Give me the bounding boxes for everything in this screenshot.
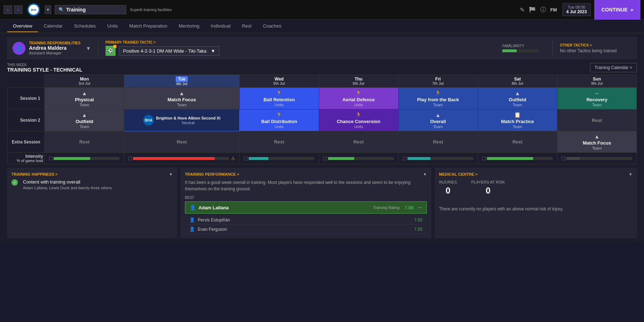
session1-tue[interactable]: ▲ Match Focus Team [124,88,239,109]
extra-wed[interactable]: Rest [239,131,319,153]
continue-arrow-icon: » [630,7,633,13]
player2-rating: 7.65 [414,218,423,223]
player3-name: Evan Ferguson [198,227,411,232]
session2-tue[interactable]: BHA Brighton & Hove Albion Second XI Neu… [124,109,239,131]
tab-units[interactable]: Units [102,20,124,32]
other-tactics-label[interactable]: OTHER TACTICS > [560,43,631,47]
tactic-label[interactable]: PRIMARY TRAINED TACTIC > [106,40,495,44]
session1-tue-icon: ▲ [126,90,238,96]
extra-fri-name: Rest [400,139,476,145]
session1-fri[interactable]: 🏃 Play from the Back Team [398,88,478,109]
session2-mon[interactable]: ▲ Outfield Team [45,109,124,131]
session1-wed[interactable]: 🏃 Ball Retention Units [239,88,319,109]
happiness-panel-title[interactable]: TRAINING HAPPINESS > ▼ [11,172,173,176]
day-header-tue: Tue 4th Jul [124,75,239,88]
session2-wed[interactable]: 🏃 Ball Distribution Units [239,109,319,131]
search-subtitle-area: Superb training facilities [130,8,172,12]
session1-sat[interactable]: ▲ Outfield Team [478,88,557,109]
happiness-collapse-icon[interactable]: ▼ [169,172,173,176]
resp-section: 👤 TRAINING RESPONSIBILITIES Andrea Malde… [13,41,91,55]
session1-fri-icon: 🏃 [400,90,476,96]
tab-individual[interactable]: Individual [205,20,236,32]
session2-mon-name: Outfield [46,119,122,124]
best-player-row[interactable]: 👤 Adam Lallana Training Rating 7.80 — [185,201,427,214]
search-area[interactable]: 🔍 Training [55,5,126,14]
familiarity-bar [502,49,538,52]
session2-sun[interactable]: Rest [557,109,636,131]
session2-thu[interactable]: 🏃 Chance Conversion Units [319,109,398,131]
tab-mentoring[interactable]: Mentoring [173,20,205,32]
player-row-1[interactable]: 👤 Pervis Estupiñán 7.65 [185,215,427,225]
training-calendar-button[interactable]: Training Calendar > [590,63,637,72]
extra-tue[interactable]: Rest [124,131,239,153]
tab-coaches[interactable]: Coaches [257,20,287,32]
session1-mon[interactable]: ▲ Physical Team [45,88,124,109]
top-icons-group: ✎ 🏁 ⓘ FM [520,6,557,14]
app-subtitle: Superb training facilities [130,8,172,12]
extra-mon[interactable]: Rest [45,131,124,153]
session2-tue-type: Neutral [156,121,220,125]
day-header-mon: Mon 3rd Jul [45,75,124,88]
extra-thu[interactable]: Rest [319,131,398,153]
int-bg-tue [133,157,229,160]
session1-sun[interactable]: ↔ Recovery Team [557,88,636,109]
session1-thu[interactable]: 🏃 Aerial Defence Units [319,88,398,109]
tab-calendar[interactable]: Calendar [38,20,68,32]
int-fill-sat [487,157,533,160]
happiness-status-icon: ✓ [11,179,18,186]
session2-sat-icon: 📋 [479,112,556,118]
search-app-title: Training [66,7,86,13]
match-team-logo: BHA [143,115,154,126]
session2-tue-info: Brighton & Hove Albion Second XI Neutral [156,116,220,125]
nav-forward-button[interactable]: › [14,5,23,14]
club-dropdown-button[interactable]: ▼ [45,5,51,14]
player2-name: Pervis Estupiñán [198,218,411,223]
risk-label: PLAYERS AT RISK [471,180,505,184]
tactic-dropdown[interactable]: Positive 4-2-3-1 DM AM Wide - Tiki-Taka … [119,46,219,56]
int-bg-wed [249,157,314,160]
tab-match-preparation[interactable]: Match Preparation [123,20,173,32]
int-fill-wed [249,157,268,160]
session1-thu-icon: 🏃 [321,90,397,96]
session2-sat[interactable]: 📋 Match Practice Team [478,109,557,131]
performance-collapse-icon[interactable]: ▼ [423,172,427,176]
medical-collapse-icon[interactable]: ▼ [629,172,633,176]
session2-tue-name: Brighton & Hove Albion Second XI [156,116,220,120]
edit-icon[interactable]: ✎ [520,6,525,13]
extra-sun-type: Team [559,146,635,150]
int-fill-fri [408,157,430,160]
session1-wed-name: Ball Retention [241,97,317,102]
int-sq-fri [403,157,406,160]
shield-icon[interactable]: 🏁 [529,6,536,13]
extra-sat[interactable]: Rest [478,131,557,153]
day-name-tue: Tue [176,76,188,82]
tab-overview[interactable]: Overview [7,20,38,32]
session2-fri[interactable]: ▲ Overall Team [398,109,478,131]
extra-sat-name: Rest [479,139,556,145]
performance-panel-title[interactable]: TRAINING PERFORMANCE > ▼ [185,172,427,176]
session2-fri-type: Team [400,125,476,129]
tab-rest[interactable]: Rest [236,20,257,32]
extra-tue-name: Rest [126,139,238,145]
day-name-thu: Thu [321,77,396,82]
medical-panel-title[interactable]: MEDICAL CENTRE > ▼ [439,172,633,176]
help-icon[interactable]: ⓘ [540,6,546,14]
extra-sun[interactable]: ▲ Match Focus Team [557,131,636,153]
int-bg-sat [487,157,553,160]
other-tactics-section: OTHER TACTICS > No other Tactics being t… [560,43,631,53]
happiness-status-text: Content with training overall [23,179,112,185]
extra-sun-name: Match Focus [559,140,635,146]
int-sq-wed [244,157,248,160]
player-row-2[interactable]: 👤 Evan Ferguson 7.65 [185,225,427,234]
day-header-wed: Wed 5th Jul [239,75,319,88]
continue-button[interactable]: CONTINUE » [594,0,640,20]
tab-schedules[interactable]: Schedules [68,20,102,32]
player3-rating: 7.65 [414,227,423,232]
nav-back-button[interactable]: ‹ [4,5,12,14]
int-bar-sat [479,157,556,160]
session1-sat-name: Outfield [479,97,556,102]
int-bg-thu [328,157,394,160]
manager-name: Andrea Maldera [29,45,80,51]
extra-fri[interactable]: Rest [398,131,478,153]
resp-dropdown-icon[interactable]: ▼ [86,45,91,51]
